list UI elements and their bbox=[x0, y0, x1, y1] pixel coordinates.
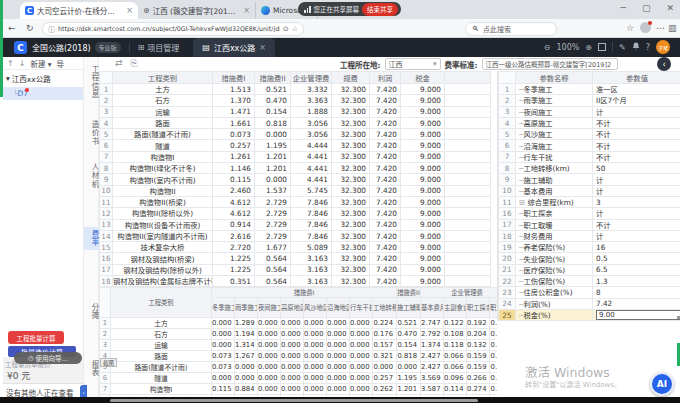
param-value-input[interactable]: 9.00 bbox=[596, 310, 680, 320]
detail-table-row[interactable]: 7构造物I0.1150.8840.0000.0000.0000.0000.000… bbox=[100, 384, 498, 395]
move-down-icon[interactable]: ↓ bbox=[19, 59, 26, 68]
param-row[interactable]: 10─基本费用计 bbox=[499, 185, 680, 196]
param-row[interactable]: 4─高原施工不计 bbox=[499, 117, 680, 128]
sidebar-panel-icon[interactable]: ▥ bbox=[668, 23, 677, 33]
vtab-2[interactable]: 造价书 bbox=[84, 117, 100, 149]
stop-sharing-button[interactable]: 结束共享 bbox=[362, 3, 398, 16]
more-menu-icon[interactable]: ⋯ bbox=[656, 23, 665, 33]
tree-child-item-selected[interactable]: └D7 bbox=[3, 87, 83, 100]
fee-table-row[interactable]: 7构造物I1.2611.2014.44132.3007.4209.000 bbox=[100, 151, 491, 162]
param-row[interactable]: 1─冬季施工准一区 bbox=[499, 84, 680, 95]
fee-table-row[interactable]: 6隧道0.2571.1954.44432.3007.4209.000 bbox=[100, 140, 491, 151]
address-bar[interactable]: ⓘ https://dsk.smartcost.com.cn/subject/0… bbox=[42, 22, 304, 36]
param-row[interactable]: 17─职工取暖不计 bbox=[499, 219, 680, 230]
favorites-icon[interactable]: ☆ bbox=[626, 23, 634, 33]
fee-table-row[interactable]: 2石方1.3700.4703.36332.3007.4209.000 bbox=[100, 95, 491, 106]
close-document-icon[interactable]: × bbox=[259, 43, 266, 52]
document-tab[interactable]: ▤ 江西xx公路 × bbox=[193, 38, 275, 57]
zoom-in-icon[interactable]: ⊕ bbox=[585, 43, 592, 52]
param-row[interactable]: 7─行车干扰不计 bbox=[499, 151, 680, 162]
param-row[interactable]: 23─住房公积金(%)8 bbox=[499, 287, 680, 298]
user-avatar[interactable]: 子琴 bbox=[656, 40, 670, 54]
location-select[interactable]: 江西 ▾ bbox=[385, 58, 441, 70]
share-banner-text: 您正在共享屏幕 bbox=[314, 4, 360, 14]
fee-table-row[interactable]: 1土方1.5130.5213.33232.3007.4209.000 bbox=[100, 84, 491, 95]
detail-table-row[interactable]: 1土方0.0001.2890.0000.0000.0000.0000.0000.… bbox=[100, 318, 498, 329]
detail-table-row[interactable]: 6隧道0.0000.0000.0000.0000.0000.0000.0000.… bbox=[100, 373, 498, 384]
vtab-5[interactable]: 分摊 bbox=[84, 300, 100, 323]
bookmark-star-icon[interactable]: ☆ bbox=[292, 25, 298, 33]
chevron-down-icon[interactable]: ▾ bbox=[6, 74, 10, 83]
param-row[interactable]: 8─工地转移(km)50 bbox=[499, 163, 680, 174]
param-row[interactable]: 21─医疗保险(%)6.5 bbox=[499, 264, 680, 275]
param-row[interactable]: 5─风沙施工不计 bbox=[499, 129, 680, 140]
browser-tab-2[interactable]: ⊕ 江西 (赣交建智字[2019]23号) × bbox=[138, 2, 256, 19]
notification-bell-icon[interactable] bbox=[632, 42, 640, 52]
refresh-icon[interactable]: ↻ bbox=[26, 23, 34, 33]
param-row[interactable]: 20─失业保险(%)0.5 bbox=[499, 253, 680, 264]
fee-table-row[interactable]: 4路面1.6610.8183.05632.3007.4209.000 bbox=[100, 117, 491, 128]
param-row[interactable]: 3─夜间施工计 bbox=[499, 106, 680, 117]
detail-table-row[interactable]: 3运输0.0001.3140.0000.0000.0000.0000.0000.… bbox=[100, 340, 498, 351]
tree-root-item[interactable]: ▾ 江西xx公路 bbox=[3, 70, 83, 87]
vtab-6[interactable]: 报表 bbox=[84, 357, 100, 380]
read-aloud-icon[interactable]: ⊙ bbox=[283, 25, 289, 33]
detail-table-row[interactable]: 2石方0.0001.1940.0000.0000.0000.0000.0000.… bbox=[100, 329, 498, 340]
param-row[interactable]: 18─财务费用计 bbox=[499, 230, 680, 241]
param-row[interactable]: 22─工伤保险(%)1.3 bbox=[499, 276, 680, 287]
fee-table-row[interactable]: 12构造物II(除桥以外)4.6122.7297.84632.3007.4209… bbox=[100, 208, 491, 219]
move-up-icon[interactable]: ↑ bbox=[7, 59, 14, 68]
ai-assistant-button[interactable]: AI bbox=[650, 372, 674, 396]
panel-collapse-button[interactable]: ‹ bbox=[657, 57, 671, 71]
edit-icon[interactable]: ✎ bbox=[619, 43, 626, 52]
fee-table-row[interactable]: 13构造物II(设备不计雨夜)0.9142.7297.84632.3007.42… bbox=[100, 219, 491, 230]
help-icon[interactable]: ? bbox=[646, 43, 650, 52]
search-box[interactable]: 🔍︎ 点此搜索 bbox=[465, 22, 557, 36]
batch-calc-tooltip: 工程批量计算 bbox=[8, 331, 64, 344]
back-icon[interactable]: ← bbox=[8, 23, 16, 33]
fee-table-row[interactable]: 10构造物II2.4601.5375.74532.3007.4209.000 bbox=[100, 185, 491, 196]
export-icon[interactable]: ⎘ bbox=[131, 58, 138, 69]
vtab-4[interactable]: 费率 bbox=[84, 227, 100, 250]
horizontal-scrollbar-thumb[interactable] bbox=[110, 399, 478, 403]
fee-table-row[interactable]: 5路面(隧道不计雨)0.0730.0003.05632.3007.4209.00… bbox=[100, 129, 491, 140]
fee-table-row[interactable]: 15技术复杂大桥2.7201.6775.08932.3007.4209.000 bbox=[100, 242, 491, 253]
param-row[interactable]: 25─税金(%)9.00 bbox=[499, 309, 680, 320]
browser-profile-avatar[interactable] bbox=[640, 22, 651, 33]
fee-table-row[interactable]: 8构造物I(绿化不计冬)1.1461.2014.44132.3007.4209.… bbox=[100, 163, 491, 174]
fee-table-row[interactable]: 9构造物I(室内不计雨)0.1150.0004.44132.3007.4209.… bbox=[100, 174, 491, 185]
detail-table-row[interactable]: 4路面0.0731.2670.0000.0000.0000.0000.0000.… bbox=[100, 351, 498, 362]
maximize-icon[interactable]: ▢ bbox=[642, 3, 651, 13]
detail-table-row[interactable]: 5路面(隧道不计雨)0.0730.0000.0000.0000.0000.000… bbox=[100, 362, 498, 373]
vtab-1[interactable]: 工程信息 bbox=[84, 62, 100, 102]
swap-icon[interactable]: ⇄ bbox=[115, 58, 123, 69]
standard-input[interactable]: 江西一级公路估概预算-赣交建智字[2019]2 bbox=[482, 58, 618, 70]
site-info-icon[interactable]: ⓘ bbox=[48, 24, 55, 34]
fee-table-row[interactable]: 16钢材及钢结构(桥梁)1.2250.5643.16332.3007.4209.… bbox=[100, 253, 491, 264]
close-window-icon[interactable]: ✕ bbox=[666, 3, 674, 13]
param-row[interactable]: 2─雨季施工II区7个月 bbox=[499, 95, 680, 106]
browser-tab-1[interactable]: C 大司空云计价-在线分享、数字协 × bbox=[20, 2, 138, 19]
new-button[interactable]: 新建 ▾ bbox=[30, 58, 51, 69]
param-row[interactable]: 19─养老保险(%)16 bbox=[499, 242, 680, 253]
param-row[interactable]: 16─职工探亲计 bbox=[499, 208, 680, 219]
project-manage-button[interactable]: ⊞ 项目管理 bbox=[138, 42, 180, 53]
vtab-3[interactable]: 人材机 bbox=[84, 160, 100, 192]
param-row[interactable]: 9─施工辅助计 bbox=[499, 174, 680, 185]
window-controls[interactable]: ─ ▢ ✕ bbox=[621, 3, 674, 13]
import-button[interactable]: 导 bbox=[57, 58, 65, 69]
fee-table-row[interactable]: 11构造物II(桥梁)4.6122.7297.84632.3007.4209.0… bbox=[100, 196, 491, 207]
param-row[interactable]: 24─利润(%)7.42 bbox=[499, 298, 680, 309]
app-logo[interactable]: C bbox=[14, 41, 27, 54]
fullscreen-icon[interactable] bbox=[598, 43, 606, 51]
zoom-out-icon[interactable]: ⊖ bbox=[544, 43, 551, 52]
fee-table-row[interactable]: 18钢材及钢结构(金属标志牌不计夜)0.3510.5643.16332.3007… bbox=[100, 276, 491, 287]
fee-table-row[interactable]: 17钢材及钢结构(除桥以外)1.2250.5643.16332.3007.420… bbox=[100, 264, 491, 275]
close-tab-icon[interactable]: × bbox=[241, 6, 250, 15]
fee-table-row[interactable]: 14构造物II(室内隧道内不计雨)2.6162.7297.84632.3007.… bbox=[100, 230, 491, 241]
param-row[interactable]: 6─沿海施工不计 bbox=[499, 140, 680, 151]
close-tab-icon[interactable]: × bbox=[124, 6, 133, 15]
minimize-icon[interactable]: ─ bbox=[621, 3, 626, 13]
fee-table-row[interactable]: 3运输1.4710.1541.88832.3007.4209.000 bbox=[100, 106, 491, 117]
param-row[interactable]: 11⊞ 综合里程(km)3 bbox=[499, 196, 680, 207]
